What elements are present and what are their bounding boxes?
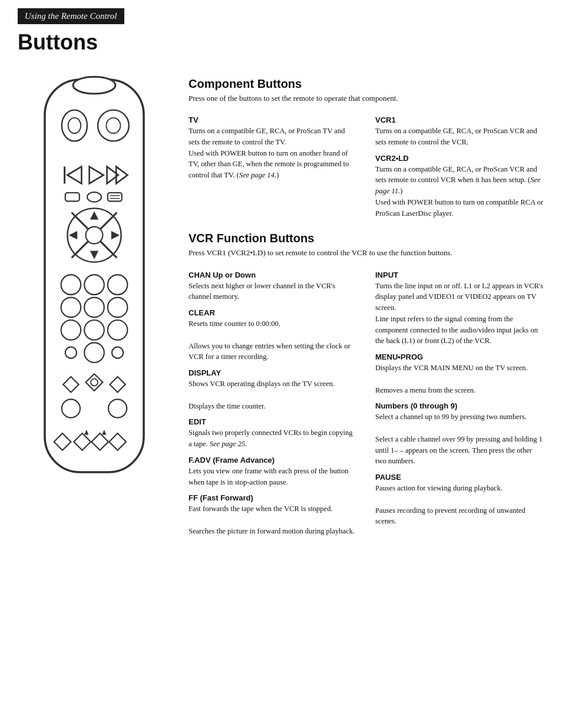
component-col-right: VCR1 Turns on a compatible GE, RCA, or P… xyxy=(375,110,544,221)
chan-title: CHAN Up or Down xyxy=(189,271,358,279)
menu-prog-title: MENU•PROG xyxy=(375,353,544,361)
clear-title: CLEAR xyxy=(189,308,358,317)
vcr-function-cols: CHAN Up or Down Selects next higher or l… xyxy=(189,265,544,539)
svg-point-40 xyxy=(62,399,80,417)
numbers-title: Numbers (0 through 9) xyxy=(375,401,544,410)
vcr1-title: VCR1 xyxy=(375,116,544,124)
remote-svg xyxy=(24,73,165,483)
vcr2ld-body: Turns on a compatible GE, RCA, or ProSca… xyxy=(375,164,544,219)
display-body: Shows VCR operating displays on the TV s… xyxy=(189,378,358,411)
vcr1-body: Turns on a compatible GE, RCA, or ProSca… xyxy=(375,126,544,148)
component-col-left: TV Turns on a compatible GE, RCA, or Pro… xyxy=(189,110,358,221)
svg-point-1 xyxy=(73,77,115,94)
svg-point-30 xyxy=(61,320,81,340)
svg-point-34 xyxy=(84,342,104,363)
svg-point-32 xyxy=(108,320,128,340)
vcr-function-col-right: INPUT Turns the line input on or off. L1… xyxy=(375,265,544,539)
svg-point-23 xyxy=(86,227,103,244)
menu-prog-body: Displays the VCR MAIN MENU on the TV scr… xyxy=(375,363,544,396)
svg-point-31 xyxy=(84,320,104,340)
fadv-body: Lets you view one frame with each press … xyxy=(189,466,358,488)
section-vcr-function: VCR Function Buttons Press VCR1 (VCR2•LD… xyxy=(189,232,544,539)
svg-point-41 xyxy=(108,399,127,417)
tv-body: Turns on a compatible GE, RCA, or ProSca… xyxy=(189,126,358,181)
svg-point-26 xyxy=(108,275,128,295)
svg-point-25 xyxy=(84,275,104,295)
svg-point-5 xyxy=(106,118,120,133)
component-buttons-cols: TV Turns on a compatible GE, RCA, or Pro… xyxy=(189,110,544,221)
numbers-body: Select a channel up to 99 by pressing tw… xyxy=(375,411,544,467)
tv-title: TV xyxy=(189,116,358,124)
fadv-title: F.ADV (Frame Advance) xyxy=(189,456,358,465)
section-component-buttons: Component Buttons Press one of the butto… xyxy=(189,77,544,221)
vcr-function-title: VCR Function Buttons xyxy=(189,232,544,245)
edit-body: Signals two properly connected VCRs to b… xyxy=(189,427,358,450)
pause-body: Pauses action for viewing during playbac… xyxy=(375,483,544,527)
vcr-function-intro: Press VCR1 (VCR2•LD) to set remote to co… xyxy=(189,248,544,258)
svg-point-24 xyxy=(61,275,81,295)
header-bar: Using the Remote Control xyxy=(18,8,124,24)
svg-point-27 xyxy=(61,298,81,318)
svg-point-29 xyxy=(108,298,128,318)
vcr2ld-title: VCR2•LD xyxy=(375,154,544,163)
svg-point-12 xyxy=(87,192,101,202)
svg-rect-13 xyxy=(108,193,122,201)
input-title: INPUT xyxy=(375,271,544,279)
section-component-title: Component Buttons xyxy=(189,77,544,91)
display-title: DISPLAY xyxy=(189,368,358,377)
pause-title: PAUSE xyxy=(375,473,544,482)
edit-title: EDIT xyxy=(189,417,358,426)
content-area: Component Buttons Press one of the butto… xyxy=(189,67,550,539)
clear-body: Resets time counter to 0:00:00.Allows yo… xyxy=(189,318,358,363)
chan-body: Selects next higher or lower channel in … xyxy=(189,281,358,303)
section-component-intro: Press one of the buttons to set the remo… xyxy=(189,93,544,104)
svg-point-35 xyxy=(112,347,123,358)
remote-illustration xyxy=(12,67,177,539)
vcr-function-col-left: CHAN Up or Down Selects next higher or l… xyxy=(189,265,358,539)
ff-title: FF (Fast Forward) xyxy=(189,493,358,502)
svg-rect-11 xyxy=(65,193,80,201)
page-title: Buttons xyxy=(18,30,544,55)
main-layout: Component Buttons Press one of the butto… xyxy=(12,67,550,539)
input-body: Turns the line input on or off. L1 or L2… xyxy=(375,281,544,347)
svg-point-33 xyxy=(65,347,77,358)
svg-point-3 xyxy=(68,118,81,133)
svg-point-28 xyxy=(84,298,104,318)
ff-body: Fast forwards the tape when the VCR is s… xyxy=(189,503,358,536)
